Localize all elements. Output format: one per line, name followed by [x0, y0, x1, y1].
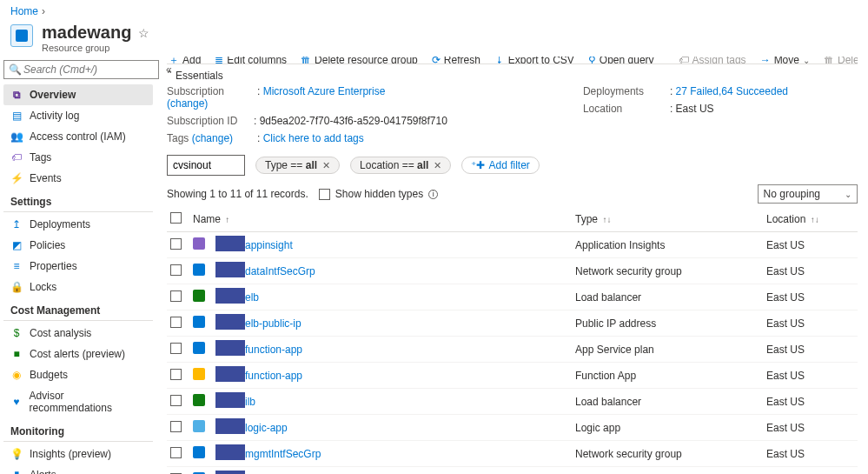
row-checkbox[interactable]: [170, 447, 182, 458]
row-checkbox[interactable]: [170, 264, 182, 276]
sidebar-item-alerts[interactable]: ▮Alerts: [3, 464, 153, 474]
resource-type: Load balancer: [572, 389, 763, 415]
resource-link[interactable]: elb: [245, 291, 259, 304]
col-location[interactable]: Location ↑↓: [763, 207, 858, 232]
move-button[interactable]: →Move⌄: [759, 57, 812, 64]
sidebar-item-overview[interactable]: ⧉Overview: [3, 84, 153, 105]
filter-pill-location[interactable]: Location == all✕: [350, 157, 451, 174]
sidebar-item-cost-analysis[interactable]: $Cost analysis: [3, 323, 153, 344]
sidebar-item-locks[interactable]: 🔒Locks: [3, 277, 153, 297]
sidebar-item-advisor-recommendations[interactable]: ♥Advisor recommendations: [3, 385, 153, 418]
sidebar-item-label: Overview: [30, 89, 76, 101]
resource-type: App Service plan: [572, 337, 763, 363]
record-count: Showing 1 to 11 of 11 records.: [167, 188, 308, 200]
delete-rg-button[interactable]: 🗑Delete resource group: [299, 57, 420, 64]
sidebar-item-events[interactable]: ⚡Events: [3, 168, 153, 189]
resource-table: Name ↑ Type ↑↓ Location ↑↓ appinsightApp…: [167, 207, 858, 474]
sidebar-item-tags[interactable]: 🏷Tags: [3, 147, 153, 168]
deployments-link[interactable]: 27 Failed,64 Succeeded: [676, 85, 788, 97]
sidebar-section-monitoring: Monitoring: [3, 418, 153, 439]
resource-link[interactable]: ilb: [245, 396, 255, 408]
tags-change-link[interactable]: (change): [192, 132, 233, 144]
row-checkbox[interactable]: [170, 343, 182, 354]
redacted-block: [215, 288, 245, 304]
resource-link[interactable]: appinsight: [245, 239, 293, 251]
sidebar-item-deployments[interactable]: ↥Deployments: [3, 214, 153, 235]
row-checkbox[interactable]: [170, 421, 182, 432]
subscription-change-link[interactable]: (change): [167, 97, 208, 110]
breadcrumb-home[interactable]: Home: [10, 5, 38, 17]
redacted-block: [215, 236, 245, 251]
grouping-select[interactable]: No grouping⌄: [758, 184, 858, 204]
cost-analysis-icon: $: [10, 327, 23, 339]
row-checkbox[interactable]: [170, 317, 182, 328]
resource-type-icon: [193, 237, 205, 250]
show-hidden-toggle[interactable]: Show hidden types i: [319, 188, 438, 200]
sidebar-item-label: Locks: [30, 281, 56, 293]
table-row: appinsightApplication InsightsEast US: [167, 232, 858, 258]
resource-type: Network security group: [572, 441, 763, 467]
sidebar-item-properties[interactable]: ≡Properties: [3, 256, 153, 277]
search-icon: 🔍: [9, 63, 22, 76]
subscription-link[interactable]: Microsoft Azure Enterprise: [263, 85, 386, 97]
essentials-toggle[interactable]: ˄ Essentials: [167, 70, 858, 85]
page-title: madewang: [42, 23, 131, 43]
redacted-block: [215, 314, 245, 330]
open-query-button[interactable]: ⚲Open query: [586, 57, 656, 64]
resource-search-input[interactable]: [167, 155, 245, 176]
assign-tags-button[interactable]: 🏷Assign tags: [677, 57, 748, 64]
resource-link[interactable]: elb-public-ip: [245, 317, 301, 330]
export-csv-button[interactable]: ⭳Export to CSV: [493, 57, 576, 64]
location-value: East US: [676, 103, 714, 115]
sort-icon: ↑↓: [602, 215, 611, 224]
resource-link[interactable]: function-app: [245, 344, 302, 356]
redacted-block: [215, 340, 245, 356]
filter-pill-type[interactable]: Type == all✕: [255, 157, 340, 174]
add-filter-button[interactable]: ⁺✚Add filter: [461, 157, 539, 174]
resource-location: East US: [763, 232, 858, 258]
essentials-panel: ˄ Essentials Subscription (change): Micr…: [167, 64, 858, 150]
trash-icon: 🗑: [824, 57, 834, 64]
edit-columns-button[interactable]: ≣Edit columns: [213, 57, 288, 64]
resource-location: East US: [763, 389, 858, 415]
sidebar-item-activity-log[interactable]: ▤Activity log: [3, 105, 153, 126]
add-tags-link[interactable]: Click here to add tags: [263, 132, 364, 144]
close-icon[interactable]: ✕: [322, 160, 330, 171]
pin-icon[interactable]: ☆: [138, 26, 149, 40]
resource-type: Public IP address: [572, 310, 763, 337]
sidebar-search-input[interactable]: [3, 60, 159, 79]
sidebar-item-access-control-iam-[interactable]: 👥Access control (IAM): [3, 126, 153, 147]
sort-icon: ↑↓: [811, 215, 819, 224]
refresh-button[interactable]: ⟳Refresh: [430, 57, 482, 64]
resource-link[interactable]: logic-app: [245, 422, 288, 434]
properties-icon: ≡: [10, 260, 23, 272]
sidebar-item-label: Activity log: [30, 110, 79, 122]
row-checkbox[interactable]: [170, 290, 182, 302]
info-icon[interactable]: i: [428, 190, 438, 199]
col-type[interactable]: Type ↑↓: [572, 207, 763, 232]
query-icon: ⚲: [588, 57, 596, 64]
sidebar-item-budgets[interactable]: ◉Budgets: [3, 364, 153, 385]
sidebar-item-policies[interactable]: ◩Policies: [3, 235, 153, 256]
sidebar-item-label: Events: [30, 172, 62, 184]
sidebar-item-insights-preview-[interactable]: 💡Insights (preview): [3, 444, 153, 464]
sidebar-item-cost-alerts-preview-[interactable]: ■Cost alerts (preview): [3, 344, 153, 364]
delete-button[interactable]: 🗑Delete: [822, 57, 858, 64]
add-button[interactable]: ＋Add: [167, 57, 202, 64]
refresh-icon: ⟳: [432, 57, 441, 64]
col-name[interactable]: Name ↑: [189, 207, 572, 232]
list-header: Showing 1 to 11 of 11 records. Show hidd…: [167, 181, 858, 207]
checkbox-icon[interactable]: [319, 189, 330, 200]
row-checkbox[interactable]: [170, 238, 182, 250]
overview-icon: ⧉: [10, 89, 23, 101]
row-checkbox[interactable]: [170, 395, 182, 406]
breadcrumb: Home ›: [0, 0, 868, 23]
resource-link[interactable]: function-app: [245, 370, 302, 382]
resource-link[interactable]: mgmtIntfSecGrp: [245, 448, 321, 460]
row-checkbox[interactable]: [170, 369, 182, 380]
redacted-block: [215, 262, 245, 277]
resource-type: Application Insights: [572, 232, 763, 258]
close-icon[interactable]: ✕: [434, 160, 441, 171]
resource-link[interactable]: dataIntfSecGrp: [245, 265, 315, 277]
select-all-checkbox[interactable]: [170, 212, 182, 224]
